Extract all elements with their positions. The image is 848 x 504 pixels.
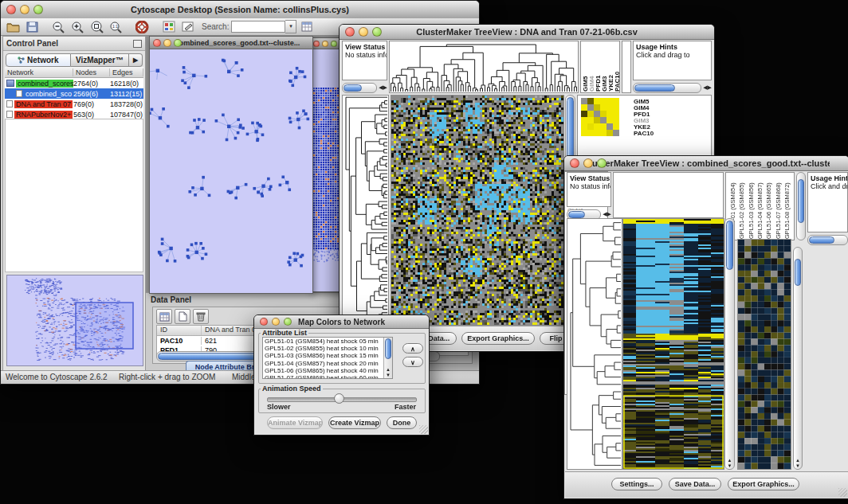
- zoom-heatmap-cell[interactable]: [587, 117, 594, 123]
- zoom-heatmap-cell[interactable]: [581, 117, 587, 123]
- minimize-button[interactable]: [359, 27, 368, 37]
- row-dendrogram-canvas[interactable]: [567, 219, 622, 469]
- scrollbar-arrows[interactable]: ▲▼: [725, 458, 734, 469]
- row-dendrogram-canvas[interactable]: [343, 96, 388, 325]
- save-data-button[interactable]: Save Data...: [669, 478, 721, 490]
- import-table-icon[interactable]: [299, 19, 316, 34]
- attribute-list-item[interactable]: GPL51-04 (GSM857) heat shock 20 min: [263, 360, 392, 367]
- network-table-row[interactable]: combined_sco 2569(6) 13112(15): [5, 88, 143, 99]
- scrollbar-arrows[interactable]: ◀▶: [701, 84, 712, 91]
- scrollbar-thumb[interactable]: [568, 211, 585, 218]
- animation-speed-slider-thumb[interactable]: [334, 393, 344, 404]
- scrollbar-thumb[interactable]: [809, 236, 834, 244]
- tv2-column-dendrogram[interactable]: [613, 172, 724, 218]
- tv1-row-dendrogram[interactable]: [342, 95, 389, 326]
- save-icon[interactable]: [24, 19, 41, 34]
- zoom-heatmap-cell[interactable]: [613, 98, 619, 104]
- scrollbar-thumb[interactable]: [385, 338, 391, 359]
- scrollbar-thumb[interactable]: [795, 259, 801, 286]
- zoom-heatmap-cell[interactable]: [594, 130, 600, 136]
- zoom-heatmap-cell[interactable]: [607, 130, 613, 136]
- zoom-heatmap-cell[interactable]: [600, 104, 607, 111]
- zoom-selected-icon[interactable]: [88, 19, 105, 34]
- heatmap-canvas[interactable]: [623, 219, 724, 469]
- zoom-heatmap-cell[interactable]: [613, 104, 619, 111]
- column-label[interactable]: GPL51-08 (GSM872): [783, 174, 791, 239]
- tv2-usage-scrollbar[interactable]: [807, 234, 848, 245]
- close-button[interactable]: [313, 41, 320, 47]
- column-label[interactable]: GPL51-03 (GSM856): [747, 174, 756, 239]
- header-id[interactable]: ID: [157, 326, 202, 335]
- network-table-row[interactable]: combined_scores 2764(0) 16218(0): [5, 78, 143, 88]
- zoom-heatmap-cell[interactable]: [581, 104, 587, 111]
- attribute-list-vscrollbar[interactable]: ▲▼: [383, 338, 392, 378]
- main-titlebar[interactable]: Cytoscape Desktop (Session Name: collins…: [1, 1, 479, 19]
- zoom-heatmap-canvas[interactable]: [738, 240, 791, 469]
- zoom-heatmap-cell[interactable]: [600, 111, 607, 117]
- scrollbar-arrows[interactable]: ◀▶: [601, 211, 611, 217]
- zoom-out-icon[interactable]: [50, 19, 67, 34]
- zoom-heatmap-cell[interactable]: [587, 123, 594, 130]
- scrollbar-thumb[interactable]: [634, 84, 675, 92]
- zoom-button[interactable]: [372, 27, 382, 37]
- tv2-header-vscrollbar[interactable]: [796, 172, 806, 240]
- minimize-button[interactable]: [272, 318, 280, 326]
- tv1-usage-scrollbar[interactable]: ◀▶: [633, 82, 712, 93]
- scrollbar-track[interactable]: [342, 83, 377, 93]
- column-dendrogram-canvas[interactable]: [390, 41, 578, 92]
- zoom-heatmap-cell[interactable]: [594, 98, 600, 104]
- tv2-row-dendrogram[interactable]: [567, 218, 622, 470]
- column-label[interactable]: GPL51-07 (GSM868): [774, 174, 783, 239]
- close-button[interactable]: [153, 39, 161, 47]
- header-network[interactable]: Network: [5, 68, 73, 76]
- network-table-header[interactable]: Network Nodes Edges: [5, 67, 143, 78]
- minimize-button[interactable]: [20, 5, 29, 14]
- zoom-heatmap-cell[interactable]: [594, 111, 600, 117]
- open-file-icon[interactable]: [5, 19, 22, 34]
- scrollbar-thumb[interactable]: [726, 221, 733, 270]
- attribute-list-item[interactable]: GPL51-03 (GSM856) heat shock 15 min: [263, 352, 392, 359]
- resize-grip[interactable]: [419, 425, 428, 434]
- attribute-list-item[interactable]: GPL51-07 (GSM868) heat shock 60 min: [263, 374, 392, 379]
- new-attribute-icon[interactable]: [175, 309, 190, 324]
- help-lifering-icon[interactable]: [134, 19, 151, 34]
- tv2-vscrollbar[interactable]: ▲▼: [724, 218, 735, 470]
- float-panel-icon[interactable]: [133, 40, 142, 48]
- minimize-button[interactable]: [322, 41, 328, 47]
- zoom-in-icon[interactable]: [69, 19, 86, 34]
- column-label[interactable]: GPL51-04 (GSM857): [756, 174, 764, 239]
- dialog-titlebar[interactable]: Map Colors to Network: [254, 315, 429, 329]
- close-button[interactable]: [570, 158, 579, 168]
- close-button[interactable]: [260, 318, 268, 326]
- search-input[interactable]: [231, 21, 285, 33]
- network-table-row[interactable]: DNA and Tran 07 769(0) 183728(0): [5, 99, 143, 109]
- scrollbar-thumb[interactable]: [798, 179, 804, 223]
- birdseye-view-panel[interactable]: [6, 275, 143, 366]
- tab-vizmapper[interactable]: VizMapper™: [71, 53, 129, 67]
- zoom-heatmap-cell[interactable]: [581, 98, 587, 104]
- tv2-titlebar[interactable]: ClusterMaker TreeView : combined_scores_…: [564, 156, 848, 171]
- tv2-heatmap[interactable]: [622, 218, 724, 470]
- header-nodes[interactable]: Nodes: [73, 68, 110, 76]
- birdseye-canvas[interactable]: [7, 275, 141, 364]
- zoom-button[interactable]: [174, 39, 182, 47]
- tv2-gene-vscrollbar[interactable]: ▲▼: [793, 247, 803, 470]
- zoom-button[interactable]: [284, 318, 292, 326]
- column-label[interactable]: GPL51-06 (GSM865): [764, 174, 773, 239]
- delete-attribute-icon[interactable]: [193, 309, 209, 324]
- zoom-button[interactable]: [33, 5, 43, 14]
- zoom-button[interactable]: [597, 158, 607, 168]
- zoom-heatmap-cell[interactable]: [587, 111, 594, 117]
- scrollbar-arrows[interactable]: ▲▼: [384, 367, 392, 378]
- zoom-heatmap-cell[interactable]: [613, 117, 619, 123]
- export-graphics-button[interactable]: Export Graphics...: [461, 332, 535, 345]
- zoom-heatmap-cell[interactable]: [600, 117, 607, 123]
- zoom-heatmap-cell[interactable]: [600, 130, 607, 136]
- scrollbar-track[interactable]: [633, 83, 701, 93]
- export-graphics-button[interactable]: Export Graphics...: [728, 478, 799, 490]
- zoom-heatmap-cell[interactable]: [587, 104, 594, 111]
- close-button[interactable]: [345, 27, 355, 37]
- column-label[interactable]: GPL51-02 (GSM855): [737, 174, 746, 239]
- zoom-heatmap-cell[interactable]: [607, 117, 613, 123]
- zoom-heatmap-cell[interactable]: [581, 123, 587, 130]
